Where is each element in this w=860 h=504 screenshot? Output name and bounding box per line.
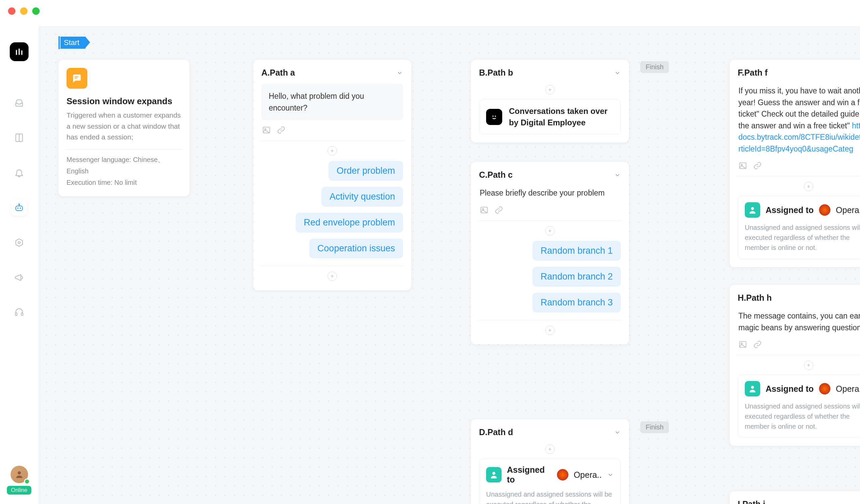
window-close[interactable] [8,8,15,15]
online-badge: Online [7,486,31,494]
svg-point-3 [19,204,20,205]
add-button[interactable] [804,361,813,370]
path-d-card[interactable]: D.Path d Assigned to Opera.. Unassigned … [471,419,629,504]
chevron-down-icon[interactable] [607,471,614,478]
assigned-card[interactable]: Assigned to Opera.. Unassigned and assig… [738,196,860,259]
user-avatar[interactable] [11,466,28,483]
assigned-card[interactable]: Assigned to Opera.. Unassigned and assig… [738,375,860,438]
path-c-card[interactable]: C.Path c Please briefly describe your pr… [471,162,629,344]
path-c-options: Random branch 1 Random branch 2 Random b… [479,241,621,313]
trigger-lang: Messenger language: Chinese、English [67,154,182,177]
link-icon[interactable] [277,126,286,134]
window-minimize[interactable] [20,8,28,15]
link-icon[interactable] [494,206,503,214]
image-icon[interactable] [739,161,747,170]
sidebar-item-bot[interactable] [11,200,27,216]
hexagon-icon [14,237,24,248]
chevron-down-icon[interactable] [614,70,621,76]
path-a-options: Order problem Activity question Red enve… [261,161,403,258]
path-c-message[interactable]: Please briefly describe your problem [479,186,621,200]
svg-rect-0 [16,206,23,211]
option-order-problem[interactable]: Order problem [329,161,403,181]
start-label: Start [60,37,85,49]
path-b-title: B.Path b [479,68,513,77]
add-button[interactable] [545,445,555,454]
path-f-message[interactable]: If you miss it, you have to wait another… [738,84,860,156]
path-f-title: F.Path f [738,68,768,77]
path-b-card[interactable]: B.Path b Conversations taken over by Dig… [471,60,629,142]
add-button[interactable] [804,182,813,191]
add-button[interactable] [545,326,555,335]
presence-dot [24,478,30,485]
person-icon [745,381,760,397]
book-icon [14,133,24,143]
option-cooperation[interactable]: Cooperation issues [310,239,403,258]
svg-rect-6 [21,313,23,316]
path-f-card[interactable]: F.Path f If you miss it, you have to wai… [730,60,860,267]
digital-employee-row[interactable]: Conversations taken over by Digital Empl… [479,99,621,134]
chevron-down-icon[interactable] [614,172,621,178]
link-icon[interactable] [753,161,762,170]
attach-row [738,340,860,351]
app-logo[interactable] [10,42,29,61]
attach-row [738,161,860,172]
add-button[interactable] [545,85,555,95]
trigger-time: Execution time: No limit [67,177,182,188]
bell-icon [14,168,24,178]
trigger-desc: Triggered when a customer expands a new … [67,110,182,143]
path-c-title: C.Path c [479,170,513,180]
assigned-value: Opera.. [574,470,602,480]
image-icon[interactable] [739,340,747,349]
sidebar-item-notifications[interactable] [11,164,27,181]
svg-rect-16 [75,78,77,78]
chat-icon [67,68,87,89]
option-branch-2[interactable]: Random branch 2 [532,267,621,287]
sidebar-item-inbox[interactable] [11,95,27,111]
finish-badge: Finish [640,61,669,73]
path-a-card[interactable]: A.Path a Hello, what problem did you enc… [253,60,411,290]
attach-row [479,205,621,216]
person-icon [745,202,760,218]
image-icon[interactable] [480,206,488,214]
assigned-note: Unassigned and assigned sessions will be… [486,489,614,504]
attach-row [261,125,403,136]
sidebar-item-docs[interactable] [11,130,27,146]
megaphone-icon [14,273,24,283]
inbox-icon [14,98,24,108]
path-i-card[interactable]: I.Path i [730,491,860,504]
option-branch-1[interactable]: Random branch 1 [532,241,621,261]
add-button[interactable] [545,226,555,235]
path-i-title: I.Path i [738,499,765,504]
sidebar-item-support[interactable] [11,304,27,320]
svg-point-1 [17,207,18,208]
image-icon[interactable] [262,126,271,134]
logo-icon [14,46,25,57]
headset-icon [14,307,24,318]
opera-badge-icon [819,383,830,394]
sidebar-nav [11,95,27,320]
trigger-card[interactable]: Session window expands Triggered when a … [58,60,189,196]
path-a-title: A.Path a [261,68,295,77]
add-button[interactable] [328,272,337,281]
add-button[interactable] [328,146,337,156]
flow-canvas[interactable]: Start Session window expands Triggered w… [38,26,860,504]
sidebar-item-broadcast[interactable] [11,270,27,286]
path-h-message[interactable]: The message contains, you can earn magic… [738,309,860,335]
path-a-message[interactable]: Hello, what problem did you encounter? [261,84,403,120]
link-icon[interactable] [753,340,762,349]
svg-point-26 [751,207,754,210]
chevron-down-icon[interactable] [614,429,621,436]
window-maximize[interactable] [32,8,40,15]
assigned-card[interactable]: Assigned to Opera.. Unassigned and assig… [479,459,621,504]
avatar-icon [14,470,24,479]
path-h-card[interactable]: H.Path h The message contains, you can e… [730,285,860,446]
option-red-envelope[interactable]: Red envelope problem [296,213,403,232]
digital-text: Conversations taken over by Digital Empl… [509,105,614,128]
sidebar-item-settings[interactable] [11,234,27,251]
option-branch-3[interactable]: Random branch 3 [532,293,621,313]
chevron-down-icon[interactable] [397,70,403,76]
window-controls [8,8,40,15]
option-activity-question[interactable]: Activity question [321,187,403,207]
bot-icon [14,203,24,213]
finish-badge: Finish [640,421,669,433]
